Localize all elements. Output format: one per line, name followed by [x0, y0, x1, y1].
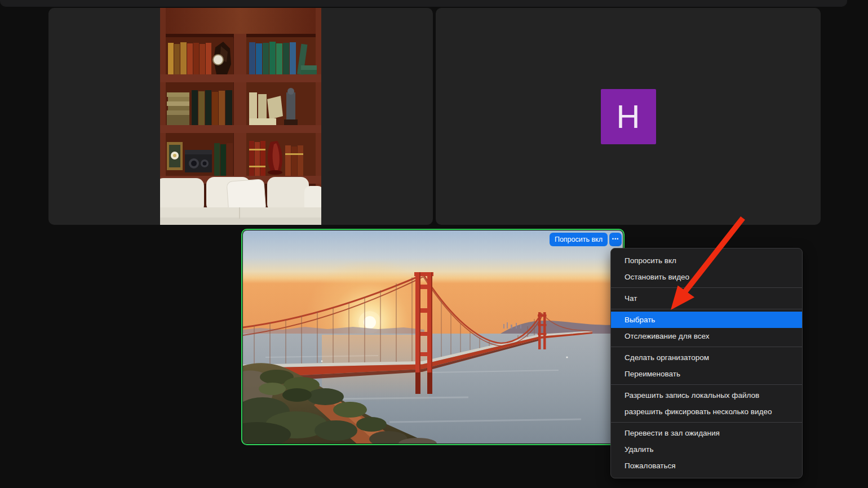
bridge-scene — [243, 230, 623, 443]
menu-item-select[interactable]: Выбрать — [611, 312, 802, 328]
menu-item-remove[interactable]: Удалить — [611, 441, 802, 458]
tile-overlay-controls: Попросить вкл ••• — [550, 233, 622, 246]
more-options-button[interactable]: ••• — [609, 233, 622, 246]
menu-item-move-to-waiting-room[interactable]: Перевести в зал ожидания — [611, 425, 802, 441]
menu-item-spotlight-for-all[interactable]: Отслеживание для всех — [611, 328, 802, 344]
meeting-stage: H — [0, 0, 868, 488]
menu-item-allow-multi-pin[interactable]: разрешить фиксировать несколько видео — [611, 403, 802, 420]
menu-item-make-host[interactable]: Сделать организатором — [611, 349, 802, 366]
menu-divider — [611, 287, 802, 288]
menu-item-rename[interactable]: Переименовать — [611, 366, 802, 382]
menu-item-report[interactable]: Пожаловаться — [611, 458, 802, 474]
avatar-letter: H — [617, 100, 640, 133]
menu-item-chat[interactable]: Чат — [611, 290, 802, 307]
top-edge-strip — [0, 0, 847, 7]
video-tile-bookshelf[interactable] — [48, 8, 433, 225]
avatar: H — [601, 89, 656, 144]
video-tile-avatar[interactable]: H — [436, 8, 821, 225]
menu-item-allow-local-recording[interactable]: Разрешить запись локальных файлов — [611, 387, 802, 403]
video-tile-bridge[interactable]: Попросить вкл ••• — [241, 229, 625, 445]
menu-divider — [611, 309, 802, 309]
bookshelf-video-frame — [160, 8, 321, 225]
ellipsis-icon: ••• — [612, 237, 619, 242]
menu-divider — [611, 347, 802, 347]
bridge-video-frame — [243, 230, 623, 443]
menu-item-stop-video[interactable]: Остановить видео — [611, 269, 802, 285]
participant-context-menu: Попросить вкл Остановить видео Чат Выбра… — [610, 248, 803, 478]
menu-item-ask-to-unmute[interactable]: Попросить вкл — [611, 252, 802, 269]
ask-to-unmute-button[interactable]: Попросить вкл — [550, 233, 608, 246]
menu-divider — [611, 384, 802, 385]
menu-divider — [611, 422, 802, 423]
